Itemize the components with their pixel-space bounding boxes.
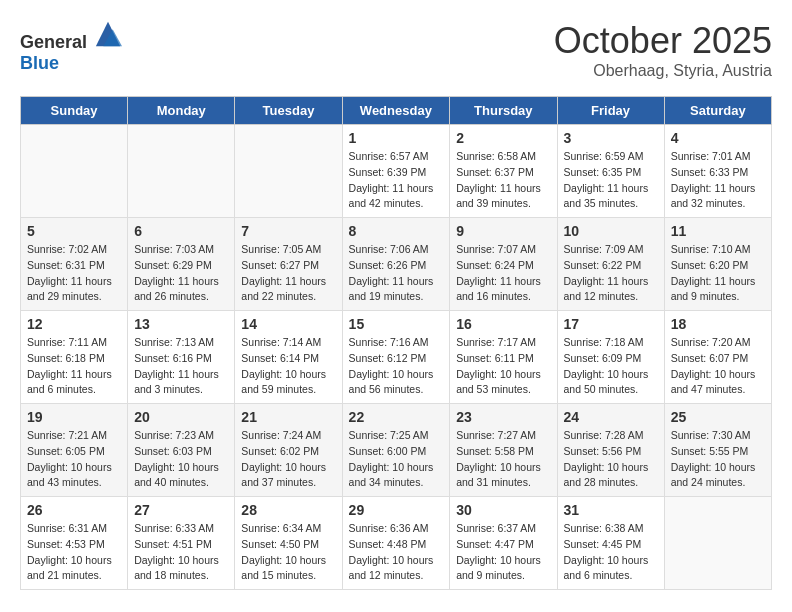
calendar-cell: 2Sunrise: 6:58 AMSunset: 6:37 PMDaylight… bbox=[450, 125, 557, 218]
calendar-cell: 28Sunrise: 6:34 AMSunset: 4:50 PMDayligh… bbox=[235, 497, 342, 590]
day-info: Sunrise: 6:33 AMSunset: 4:51 PMDaylight:… bbox=[134, 521, 228, 584]
weekday-header-saturday: Saturday bbox=[664, 97, 771, 125]
day-number: 25 bbox=[671, 409, 765, 425]
day-info: Sunrise: 6:38 AMSunset: 4:45 PMDaylight:… bbox=[564, 521, 658, 584]
calendar-cell: 10Sunrise: 7:09 AMSunset: 6:22 PMDayligh… bbox=[557, 218, 664, 311]
day-info: Sunrise: 7:07 AMSunset: 6:24 PMDaylight:… bbox=[456, 242, 550, 305]
day-info: Sunrise: 7:14 AMSunset: 6:14 PMDaylight:… bbox=[241, 335, 335, 398]
day-number: 2 bbox=[456, 130, 550, 146]
calendar-cell: 24Sunrise: 7:28 AMSunset: 5:56 PMDayligh… bbox=[557, 404, 664, 497]
calendar-cell: 17Sunrise: 7:18 AMSunset: 6:09 PMDayligh… bbox=[557, 311, 664, 404]
calendar-cell: 31Sunrise: 6:38 AMSunset: 4:45 PMDayligh… bbox=[557, 497, 664, 590]
day-number: 23 bbox=[456, 409, 550, 425]
day-number: 13 bbox=[134, 316, 228, 332]
day-number: 9 bbox=[456, 223, 550, 239]
day-number: 12 bbox=[27, 316, 121, 332]
day-number: 22 bbox=[349, 409, 444, 425]
month-title: October 2025 bbox=[554, 20, 772, 62]
day-number: 3 bbox=[564, 130, 658, 146]
day-info: Sunrise: 7:02 AMSunset: 6:31 PMDaylight:… bbox=[27, 242, 121, 305]
day-info: Sunrise: 7:13 AMSunset: 6:16 PMDaylight:… bbox=[134, 335, 228, 398]
day-number: 15 bbox=[349, 316, 444, 332]
day-number: 17 bbox=[564, 316, 658, 332]
calendar-cell: 7Sunrise: 7:05 AMSunset: 6:27 PMDaylight… bbox=[235, 218, 342, 311]
calendar-cell: 20Sunrise: 7:23 AMSunset: 6:03 PMDayligh… bbox=[128, 404, 235, 497]
calendar-cell: 8Sunrise: 7:06 AMSunset: 6:26 PMDaylight… bbox=[342, 218, 450, 311]
calendar-cell: 13Sunrise: 7:13 AMSunset: 6:16 PMDayligh… bbox=[128, 311, 235, 404]
calendar-cell: 27Sunrise: 6:33 AMSunset: 4:51 PMDayligh… bbox=[128, 497, 235, 590]
day-number: 29 bbox=[349, 502, 444, 518]
day-info: Sunrise: 7:24 AMSunset: 6:02 PMDaylight:… bbox=[241, 428, 335, 491]
calendar-cell: 9Sunrise: 7:07 AMSunset: 6:24 PMDaylight… bbox=[450, 218, 557, 311]
day-number: 30 bbox=[456, 502, 550, 518]
day-info: Sunrise: 7:06 AMSunset: 6:26 PMDaylight:… bbox=[349, 242, 444, 305]
calendar-week-row: 1Sunrise: 6:57 AMSunset: 6:39 PMDaylight… bbox=[21, 125, 772, 218]
logo-blue: Blue bbox=[20, 53, 59, 73]
weekday-header-sunday: Sunday bbox=[21, 97, 128, 125]
day-number: 11 bbox=[671, 223, 765, 239]
location-title: Oberhaag, Styria, Austria bbox=[554, 62, 772, 80]
day-info: Sunrise: 7:01 AMSunset: 6:33 PMDaylight:… bbox=[671, 149, 765, 212]
calendar-cell: 22Sunrise: 7:25 AMSunset: 6:00 PMDayligh… bbox=[342, 404, 450, 497]
calendar-cell bbox=[128, 125, 235, 218]
day-info: Sunrise: 7:18 AMSunset: 6:09 PMDaylight:… bbox=[564, 335, 658, 398]
day-number: 24 bbox=[564, 409, 658, 425]
calendar-cell: 16Sunrise: 7:17 AMSunset: 6:11 PMDayligh… bbox=[450, 311, 557, 404]
weekday-header-thursday: Thursday bbox=[450, 97, 557, 125]
weekday-header-wednesday: Wednesday bbox=[342, 97, 450, 125]
day-number: 28 bbox=[241, 502, 335, 518]
day-info: Sunrise: 7:23 AMSunset: 6:03 PMDaylight:… bbox=[134, 428, 228, 491]
day-info: Sunrise: 7:20 AMSunset: 6:07 PMDaylight:… bbox=[671, 335, 765, 398]
calendar-cell: 3Sunrise: 6:59 AMSunset: 6:35 PMDaylight… bbox=[557, 125, 664, 218]
calendar-cell: 29Sunrise: 6:36 AMSunset: 4:48 PMDayligh… bbox=[342, 497, 450, 590]
day-number: 19 bbox=[27, 409, 121, 425]
calendar-cell: 11Sunrise: 7:10 AMSunset: 6:20 PMDayligh… bbox=[664, 218, 771, 311]
calendar-cell bbox=[235, 125, 342, 218]
day-info: Sunrise: 7:10 AMSunset: 6:20 PMDaylight:… bbox=[671, 242, 765, 305]
calendar-week-row: 26Sunrise: 6:31 AMSunset: 4:53 PMDayligh… bbox=[21, 497, 772, 590]
calendar-cell bbox=[664, 497, 771, 590]
calendar-cell: 15Sunrise: 7:16 AMSunset: 6:12 PMDayligh… bbox=[342, 311, 450, 404]
calendar-week-row: 19Sunrise: 7:21 AMSunset: 6:05 PMDayligh… bbox=[21, 404, 772, 497]
day-info: Sunrise: 6:36 AMSunset: 4:48 PMDaylight:… bbox=[349, 521, 444, 584]
day-info: Sunrise: 7:28 AMSunset: 5:56 PMDaylight:… bbox=[564, 428, 658, 491]
calendar-cell: 12Sunrise: 7:11 AMSunset: 6:18 PMDayligh… bbox=[21, 311, 128, 404]
calendar-cell: 18Sunrise: 7:20 AMSunset: 6:07 PMDayligh… bbox=[664, 311, 771, 404]
day-number: 8 bbox=[349, 223, 444, 239]
day-number: 21 bbox=[241, 409, 335, 425]
day-info: Sunrise: 6:58 AMSunset: 6:37 PMDaylight:… bbox=[456, 149, 550, 212]
day-info: Sunrise: 6:34 AMSunset: 4:50 PMDaylight:… bbox=[241, 521, 335, 584]
day-info: Sunrise: 7:17 AMSunset: 6:11 PMDaylight:… bbox=[456, 335, 550, 398]
weekday-header-row: SundayMondayTuesdayWednesdayThursdayFrid… bbox=[21, 97, 772, 125]
day-info: Sunrise: 6:59 AMSunset: 6:35 PMDaylight:… bbox=[564, 149, 658, 212]
day-info: Sunrise: 7:09 AMSunset: 6:22 PMDaylight:… bbox=[564, 242, 658, 305]
day-number: 1 bbox=[349, 130, 444, 146]
logo-icon bbox=[94, 20, 122, 48]
calendar-cell: 14Sunrise: 7:14 AMSunset: 6:14 PMDayligh… bbox=[235, 311, 342, 404]
calendar-week-row: 12Sunrise: 7:11 AMSunset: 6:18 PMDayligh… bbox=[21, 311, 772, 404]
day-info: Sunrise: 6:57 AMSunset: 6:39 PMDaylight:… bbox=[349, 149, 444, 212]
day-number: 26 bbox=[27, 502, 121, 518]
logo-text: General Blue bbox=[20, 20, 122, 74]
logo: General Blue bbox=[20, 20, 122, 74]
day-number: 18 bbox=[671, 316, 765, 332]
calendar-cell: 4Sunrise: 7:01 AMSunset: 6:33 PMDaylight… bbox=[664, 125, 771, 218]
calendar-cell: 6Sunrise: 7:03 AMSunset: 6:29 PMDaylight… bbox=[128, 218, 235, 311]
page-header: General Blue October 2025 Oberhaag, Styr… bbox=[20, 20, 772, 80]
day-number: 31 bbox=[564, 502, 658, 518]
day-info: Sunrise: 7:05 AMSunset: 6:27 PMDaylight:… bbox=[241, 242, 335, 305]
day-info: Sunrise: 7:30 AMSunset: 5:55 PMDaylight:… bbox=[671, 428, 765, 491]
day-info: Sunrise: 7:27 AMSunset: 5:58 PMDaylight:… bbox=[456, 428, 550, 491]
weekday-header-tuesday: Tuesday bbox=[235, 97, 342, 125]
day-number: 6 bbox=[134, 223, 228, 239]
calendar-week-row: 5Sunrise: 7:02 AMSunset: 6:31 PMDaylight… bbox=[21, 218, 772, 311]
day-number: 20 bbox=[134, 409, 228, 425]
day-number: 27 bbox=[134, 502, 228, 518]
title-block: October 2025 Oberhaag, Styria, Austria bbox=[554, 20, 772, 80]
day-info: Sunrise: 7:03 AMSunset: 6:29 PMDaylight:… bbox=[134, 242, 228, 305]
weekday-header-monday: Monday bbox=[128, 97, 235, 125]
calendar-cell: 25Sunrise: 7:30 AMSunset: 5:55 PMDayligh… bbox=[664, 404, 771, 497]
weekday-header-friday: Friday bbox=[557, 97, 664, 125]
day-info: Sunrise: 7:16 AMSunset: 6:12 PMDaylight:… bbox=[349, 335, 444, 398]
day-number: 4 bbox=[671, 130, 765, 146]
